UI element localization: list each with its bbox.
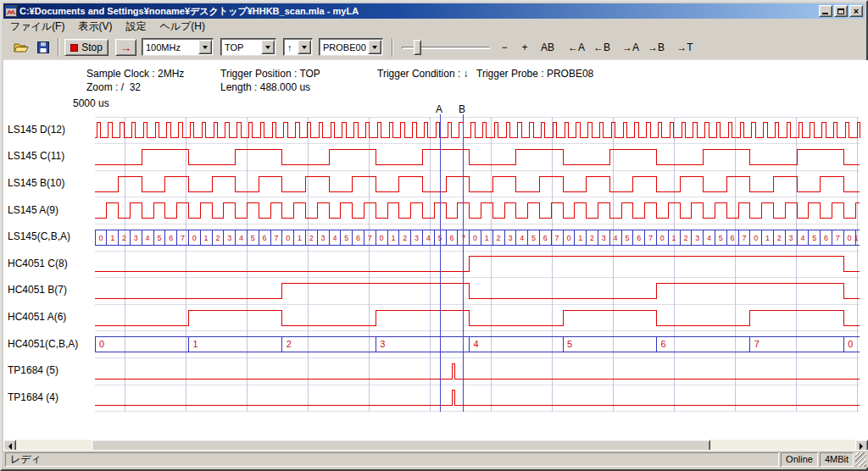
- trigger-edge-select[interactable]: ↑: [283, 38, 313, 56]
- channel-label-ls145-d: LS145 D(12): [8, 124, 65, 136]
- floppy-icon: [37, 42, 49, 53]
- run-button[interactable]: →: [115, 39, 136, 56]
- channel-label-ls145-bus: LS145(C,B,A): [8, 230, 70, 242]
- save-button[interactable]: [33, 38, 53, 57]
- status-ready: レディ: [5, 452, 779, 467]
- chevron-down-icon[interactable]: [298, 40, 311, 54]
- trigger-probe-select[interactable]: PROBE00: [319, 38, 383, 56]
- zoom-info: Zoom : / 32: [86, 81, 141, 93]
- titlebar: C:¥Documents and Settings¥noname¥デスクトップ¥…: [3, 3, 865, 19]
- channel-label-hc4051-c: HC4051 C(8): [8, 258, 68, 269]
- trigger-position-select[interactable]: TOP: [220, 38, 276, 56]
- waveform-display-area[interactable]: [95, 112, 860, 413]
- menu-settings[interactable]: 設定: [119, 19, 153, 35]
- sample-clock-info: Sample Clock : 2MHz: [86, 68, 184, 80]
- app-window: C:¥Documents and Settings¥noname¥デスクトップ¥…: [0, 0, 868, 471]
- channel-label-ls145-c: LS145 C(11): [8, 150, 64, 162]
- zoom-slider-thumb[interactable]: [414, 40, 421, 55]
- scroll-left-icon: [5, 443, 12, 450]
- time-scale-label: 5000 us: [73, 97, 109, 109]
- channel-label-tp1684-4: TP1684 (4): [8, 391, 58, 403]
- channel-label-hc4051-b: HC4051 B(7): [8, 284, 67, 296]
- zoom-out-button[interactable]: −: [495, 39, 514, 56]
- trigger-probe-info: Trigger Probe : PROBE08: [476, 68, 593, 80]
- statusbar: レディ Online 4MBit: [3, 450, 868, 468]
- open-file-button[interactable]: [11, 38, 31, 57]
- menu-file[interactable]: ファイル(F): [3, 19, 71, 35]
- status-online: Online: [781, 452, 818, 467]
- channel-label-ls145-a: LS145 A(9): [8, 204, 58, 216]
- trigger-position-info: Trigger Position : TOP: [220, 68, 320, 80]
- goto-cursor-b-right-button[interactable]: →B: [644, 39, 668, 56]
- window-title: C:¥Documents and Settings¥noname¥デスクトップ¥…: [17, 5, 817, 18]
- menu-view[interactable]: 表示(V): [71, 19, 119, 35]
- sample-clock-select[interactable]: 100MHz: [142, 38, 214, 56]
- maximize-icon: [837, 8, 844, 14]
- run-arrow-icon: →: [120, 41, 132, 54]
- channel-label-tp1684-5: TP1684 (5): [8, 364, 58, 376]
- close-button[interactable]: ×: [849, 5, 863, 17]
- minimize-icon: [822, 13, 828, 14]
- channel-label-hc4051-a: HC4051 A(6): [8, 311, 66, 323]
- chevron-down-icon[interactable]: [198, 40, 212, 54]
- zoom-slider[interactable]: [402, 38, 490, 57]
- ab-button[interactable]: AB: [536, 39, 559, 56]
- channel-label-ls145-b: LS145 B(10): [8, 177, 64, 189]
- zoom-in-button[interactable]: +: [515, 39, 534, 56]
- chevron-down-icon[interactable]: [368, 40, 381, 54]
- goto-cursor-a-right-button[interactable]: →A: [619, 39, 643, 56]
- toolbar: Stop → 100MHz TOP ↑ PROBE00 − + AB ←A: [3, 35, 865, 60]
- toolbar-separator: [392, 38, 393, 57]
- stop-icon: [70, 44, 78, 52]
- menubar: ファイル(F) 表示(V) 設定 ヘルプ(H): [3, 19, 865, 35]
- goto-trigger-button[interactable]: →T: [673, 39, 697, 56]
- app-icon: [5, 5, 17, 17]
- minimize-button[interactable]: [819, 5, 832, 17]
- goto-cursor-b-left-button[interactable]: ←B: [590, 39, 614, 56]
- scroll-right-icon: [860, 443, 866, 450]
- status-memory: 4MBit: [820, 452, 854, 467]
- goto-cursor-a-left-button[interactable]: ←A: [565, 39, 588, 56]
- maximize-button[interactable]: [834, 5, 848, 17]
- stop-button[interactable]: Stop: [64, 39, 108, 56]
- channel-label-hc4051-bus: HC4051(C,B,A): [8, 338, 78, 350]
- resize-grip-icon[interactable]: [855, 452, 866, 467]
- close-icon: ×: [854, 7, 859, 16]
- trigger-condition-info: Trigger Condition : ↓: [377, 68, 469, 80]
- open-folder-icon: [14, 42, 29, 53]
- menu-help[interactable]: ヘルプ(H): [153, 19, 212, 35]
- length-info: Length : 488.000 us: [220, 81, 310, 93]
- chevron-down-icon[interactable]: [261, 40, 275, 54]
- toolbar-separator: [58, 38, 59, 57]
